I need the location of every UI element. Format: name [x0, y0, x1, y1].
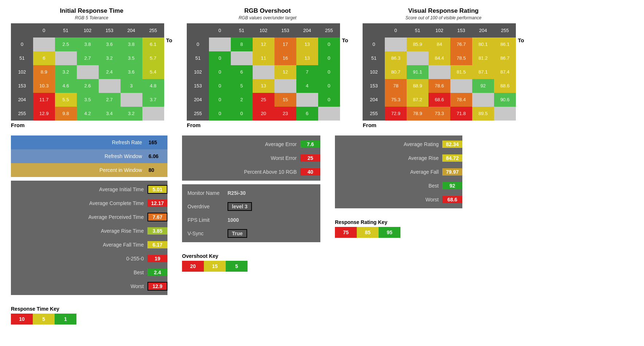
os-row-0-label: 0: [187, 38, 209, 51]
avg-fall-label: Average Fall: [335, 169, 442, 175]
rt-row-153-label: 153: [11, 79, 33, 93]
os-255-102: 20: [253, 107, 274, 121]
overdrive-row: Overdrive level 3: [187, 201, 315, 212]
rt-row-51-label: 51: [11, 51, 33, 65]
rt-0-255: 6.1: [142, 38, 164, 51]
os-204-0: 0: [209, 93, 231, 107]
vr-255-204: 89.5: [472, 107, 494, 121]
vr-204-255: 90.6: [494, 93, 516, 107]
vr-51-51: [407, 51, 428, 65]
rt-153-0: 10.3: [33, 79, 55, 93]
avg-complete-time-row: Average Complete Time 12.17: [11, 196, 167, 210]
worst-error-value: 25: [300, 154, 320, 162]
rt-to-label: To: [166, 23, 172, 43]
os-row-204: 204 0 2 25 15 0: [187, 93, 340, 107]
vr-row-255: 255 72.9 78.9 73.3 71.8 89.5: [363, 107, 516, 121]
response-time-subtitle: RGB 5 Tolerance: [75, 15, 108, 20]
response-time-wrapper: 0 51 102 153 204 255 0 2.5 3.8 3.6: [11, 23, 172, 121]
0-255-0-row: 0-255-0 19: [11, 252, 167, 266]
vr-255-153: 71.8: [450, 107, 472, 121]
rating-key-85: 85: [357, 227, 379, 238]
os-0-204: 13: [296, 38, 318, 51]
avg-rise-time-value: 3.85: [147, 227, 167, 235]
rt-col-255: 255: [142, 24, 164, 38]
avg-error-value: 7.6: [300, 141, 320, 148]
os-from-label: From: [187, 122, 201, 128]
os-255-153: 23: [274, 107, 296, 121]
0-255-0-value: 19: [147, 255, 167, 262]
worst-row: Worst 12.9: [11, 279, 167, 293]
overshoot-subtitle: RGB values over/under target: [238, 15, 296, 20]
rating-key-95: 95: [379, 227, 400, 238]
vr-204-204: [472, 93, 494, 107]
best-rating-value: 92: [442, 182, 462, 189]
monitor-box: Monitor Name R25i-30 Overdrive level 3 F…: [182, 184, 320, 242]
rt-153-51: 4.6: [55, 79, 77, 93]
pct-above-row: Percent Above 10 RGB 40: [182, 165, 320, 179]
overshoot-wrapper: 0 51 102 153 204 255 0 8 12 17 13: [187, 23, 348, 121]
os-255-204: 6: [296, 107, 318, 121]
avg-initial-time-label: Average Initial Time: [11, 186, 147, 192]
vr-204-102: 68.6: [428, 93, 450, 107]
vr-204-51: 87.2: [407, 93, 428, 107]
os-col-204: 204: [296, 24, 318, 38]
os-row-255: 255 0 0 20 23 6: [187, 107, 340, 121]
bottom-row: Refresh Rate 165 Refresh Window 6.06 Per…: [11, 135, 633, 325]
rt-row-204: 204 11.7 5.5 3.5 2.7 3.7: [11, 93, 164, 107]
vr-from-label: From: [363, 122, 376, 128]
vr-col-204: 204: [472, 24, 494, 38]
rt-row-51: 51 6 2.7 3.2 3.5 5.7: [11, 51, 164, 65]
os-to-label: To: [342, 23, 348, 43]
response-time-section: Initial Response Time RGB 5 Tolerance 0 …: [11, 7, 172, 128]
vr-to-label: To: [518, 23, 524, 43]
os-col-153: 153: [274, 24, 296, 38]
rt-from-label: From: [11, 122, 25, 128]
vr-col-102: 102: [428, 24, 450, 38]
os-0-0: [209, 38, 231, 51]
vsync-label: V-Sync: [187, 231, 228, 236]
vr-153-153: [450, 79, 472, 93]
rt-row-204-label: 204: [11, 93, 33, 107]
vr-153-0: 78: [385, 79, 407, 93]
rt-255-102: 4.2: [77, 107, 99, 121]
refresh-window-value: 6.06: [146, 153, 167, 159]
refresh-window-row: Refresh Window 6.06: [11, 149, 167, 163]
rt-255-204: 3.2: [120, 107, 142, 121]
vr-204-0: 75.3: [385, 93, 407, 107]
os-key-boxes: 20 15 5: [182, 261, 320, 272]
vr-0-0: [385, 38, 407, 51]
worst-error-row: Worst Error 25: [182, 151, 320, 165]
refresh-rate-value: 165: [146, 139, 167, 145]
rt-col-153: 153: [99, 24, 120, 38]
best-rating-label: Best: [335, 183, 442, 189]
vr-51-0: 86.3: [385, 51, 407, 65]
rt-row-255: 255 12.9 9.8 4.2 3.4 3.2: [11, 107, 164, 121]
vr-row-153-label: 153: [363, 79, 385, 93]
os-102-51: 6: [231, 65, 253, 79]
overdrive-label: Overdrive: [187, 204, 228, 209]
rt-row-102: 102 8.9 3.2 2.4 3.6 5.4: [11, 65, 164, 79]
rt-0-51: 2.5: [55, 38, 77, 51]
os-row-102: 102 0 6 12 7 0: [187, 65, 340, 79]
overshoot-title: RGB Overshoot: [244, 7, 291, 15]
vr-0-153: 76.7: [450, 38, 472, 51]
os-255-51: 0: [231, 107, 253, 121]
overshoot-table: 0 51 102 153 204 255 0 8 12 17 13: [187, 23, 340, 121]
rt-204-51: 5.5: [55, 93, 77, 107]
rt-0-102: 3.8: [77, 38, 99, 51]
os-0-102: 12: [253, 38, 274, 51]
vr-col-0: 0: [385, 24, 407, 38]
vr-153-102: 78.6: [428, 79, 450, 93]
response-time-title: Initial Response Time: [60, 7, 123, 15]
rt-102-204: 3.6: [120, 65, 142, 79]
rating-key-75: 75: [335, 227, 357, 238]
worst-rating-value: 68.6: [442, 196, 462, 203]
os-51-51: [231, 51, 253, 65]
avg-fall-time-label: Average Fall Time: [11, 242, 147, 248]
vr-row-153: 153 78 88.9 78.6 92 88.6: [363, 79, 516, 93]
worst-rating-label: Worst: [335, 197, 442, 203]
refresh-box: Refresh Rate 165 Refresh Window 6.06 Per…: [11, 135, 167, 177]
os-255-0: 0: [209, 107, 231, 121]
avg-rise-time-row: Average Rise Time 3.85: [11, 224, 167, 238]
os-key-title: Overshoot Key: [182, 253, 320, 259]
